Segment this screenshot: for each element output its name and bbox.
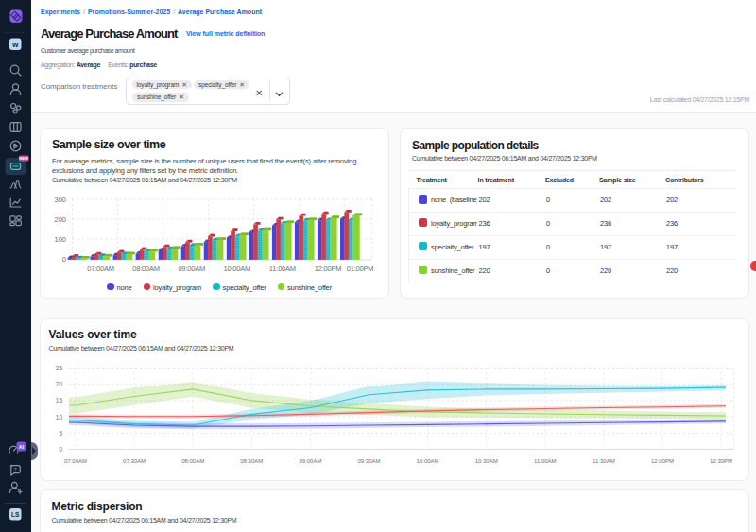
svg-text:LS: LS: [11, 511, 20, 518]
svg-text:NEW: NEW: [19, 156, 28, 161]
svg-text:?: ?: [13, 467, 16, 472]
svg-text:AI: AI: [19, 444, 25, 450]
svg-text:W: W: [12, 42, 19, 48]
